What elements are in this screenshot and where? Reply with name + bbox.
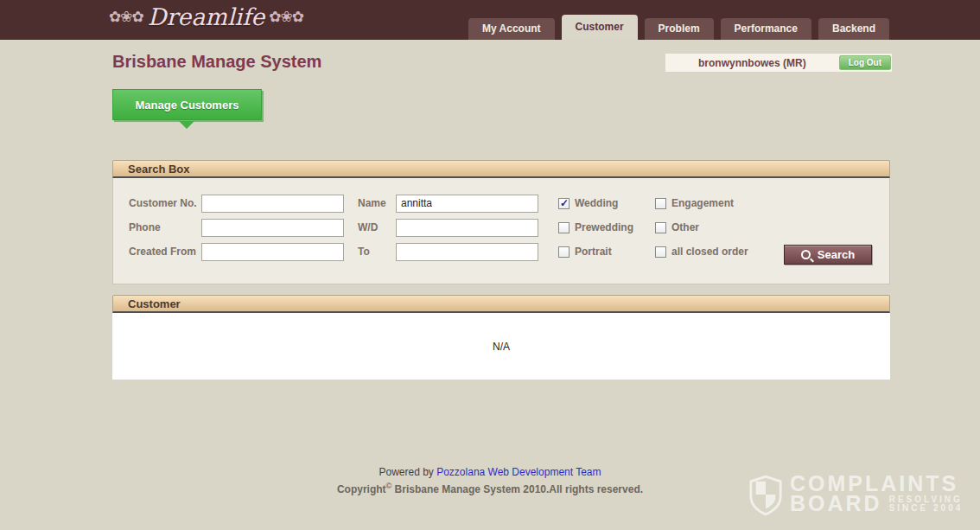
checkbox-icon[interactable] <box>655 198 666 209</box>
checkbox-icon[interactable] <box>655 222 666 233</box>
manage-customers-arrow-pointer <box>179 121 194 129</box>
no-results-text: N/A <box>493 341 510 353</box>
to-label: To <box>358 246 396 258</box>
checkbox-icon[interactable] <box>558 198 570 209</box>
prewedding-checkbox[interactable]: Prewedding <box>558 221 655 233</box>
all-closed-order-checkbox[interactable]: all closed order <box>655 246 800 258</box>
engagement-checkbox-label: Engagement <box>671 197 734 209</box>
logged-in-user: bronwynnbowes (MR) <box>665 57 839 69</box>
complaintsboard-watermark: COMPLAINTS BOARD RESOLVING SINCE 2004 <box>748 473 963 516</box>
manage-customers-button[interactable]: Manage Customers <box>112 89 262 120</box>
logo-text: Dreamlife <box>148 3 264 30</box>
page: ✿❀✿ Dreamlife ✿❀✿ My Account Customer Pr… <box>0 0 980 530</box>
wedding-checkbox[interactable]: Wedding <box>558 197 655 209</box>
tab-my-account[interactable]: My Account <box>468 18 555 40</box>
portrait-checkbox-label: Portrait <box>575 246 612 258</box>
main-nav-tabs: My Account Customer Problem Performance … <box>468 15 889 40</box>
created-from-label: Created From <box>129 246 201 258</box>
header-bar: ✿❀✿ Dreamlife ✿❀✿ My Account Customer Pr… <box>0 0 980 40</box>
customer-no-input[interactable] <box>201 195 344 213</box>
powered-by-text: Powered by <box>379 466 433 478</box>
search-button[interactable]: Search <box>784 245 872 265</box>
other-checkbox[interactable]: Other <box>655 221 800 233</box>
portrait-checkbox[interactable]: Portrait <box>558 246 655 258</box>
wd-input[interactable] <box>396 219 538 237</box>
pozzolana-link[interactable]: Pozzolana Web Development Team <box>436 466 601 478</box>
prewedding-checkbox-label: Prewedding <box>575 221 633 233</box>
engagement-checkbox[interactable]: Engagement <box>655 197 800 209</box>
search-box-body: Customer No. Name Wedding Engagement Pho… <box>112 178 890 284</box>
floral-ornament-icon: ✿❀✿ <box>109 8 143 26</box>
checkbox-icon[interactable] <box>655 246 666 258</box>
name-label: Name <box>358 198 396 209</box>
copyright-rest: Brisbane Manage System 2010.All rights r… <box>395 483 643 495</box>
logout-button[interactable]: Log Out <box>839 55 891 70</box>
search-button-label: Search <box>818 248 855 261</box>
tab-performance[interactable]: Performance <box>721 18 811 40</box>
dreamlife-logo: ✿❀✿ Dreamlife ✿❀✿ <box>109 3 303 30</box>
tab-problem[interactable]: Problem <box>645 18 714 40</box>
other-checkbox-label: Other <box>671 221 699 233</box>
form-row: Customer No. Name Wedding Engagement <box>129 191 889 215</box>
customer-results-area: N/A <box>112 313 890 380</box>
phone-label: Phone <box>129 222 201 233</box>
checkbox-icon[interactable] <box>558 222 570 233</box>
search-box-section: Search Box Customer No. Name Wedding Eng… <box>112 160 890 284</box>
watermark-tagline: RESOLVING SINCE 2004 <box>889 494 964 513</box>
checkbox-icon[interactable] <box>558 246 570 258</box>
watermark-line2: BOARD <box>790 494 882 514</box>
name-input[interactable] <box>396 195 538 213</box>
tab-customer[interactable]: Customer <box>562 15 638 40</box>
copyright-symbol: © <box>386 482 392 490</box>
floral-ornament-icon: ✿❀✿ <box>269 8 303 26</box>
search-box-header: Search Box <box>112 160 890 178</box>
watermark-text: COMPLAINTS BOARD RESOLVING SINCE 2004 <box>790 473 963 514</box>
wedding-checkbox-label: Wedding <box>575 197 618 209</box>
page-title: Brisbane Manage System <box>112 52 321 72</box>
search-icon <box>801 250 811 259</box>
customer-no-label: Customer No. <box>129 198 201 209</box>
form-row: Phone W/D Prewedding Other <box>129 215 889 239</box>
created-from-input[interactable] <box>201 243 344 261</box>
to-input[interactable] <box>396 243 538 261</box>
wd-label: W/D <box>358 222 396 233</box>
customer-section: Customer N/A <box>112 295 890 380</box>
customer-section-header: Customer <box>112 295 890 313</box>
form-row: Created From To Portrait all closed orde… <box>129 239 889 264</box>
all-closed-order-checkbox-label: all closed order <box>671 246 748 258</box>
user-bar: bronwynnbowes (MR) Log Out <box>665 54 892 72</box>
copyright-text: Copyright <box>337 483 386 495</box>
tab-backend[interactable]: Backend <box>818 18 889 40</box>
phone-input[interactable] <box>201 219 344 237</box>
shield-icon <box>748 475 783 516</box>
